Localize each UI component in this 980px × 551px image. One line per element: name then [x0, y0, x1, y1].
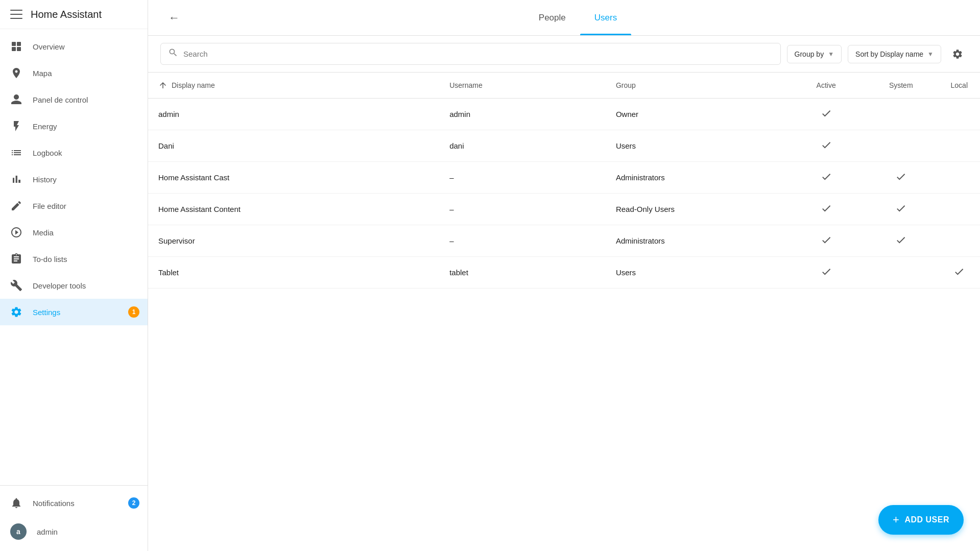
energy-icon	[10, 120, 22, 132]
toolbar: Group by ▼ Sort by Display name ▼	[148, 36, 980, 73]
cell-display-name: Dani	[148, 130, 439, 162]
sidebar-item-label: Settings	[33, 308, 60, 317]
svg-rect-0	[12, 42, 16, 46]
sidebar-item-label: admin	[37, 528, 58, 536]
cell-username: dani	[439, 130, 606, 162]
cell-display-name: Supervisor	[148, 225, 439, 257]
group-by-dropdown[interactable]: Group by ▼	[787, 45, 842, 63]
add-user-label: ADD USER	[904, 515, 949, 524]
users-table: Display name Username Group Active Syste…	[148, 73, 980, 289]
sidebar-item-admin[interactable]: a admin	[0, 516, 148, 547]
sidebar-item-settings[interactable]: Settings 1	[0, 299, 148, 325]
sidebar-item-label: Mapa	[33, 69, 52, 78]
settings-icon	[10, 306, 22, 318]
sidebar-item-label: Overview	[33, 42, 65, 51]
cell-active	[788, 225, 864, 257]
sort-by-dropdown[interactable]: Sort by Display name ▼	[848, 45, 941, 63]
cell-system	[864, 130, 939, 162]
media-icon	[10, 226, 22, 238]
table-row[interactable]: Supervisor – Administrators	[148, 225, 980, 257]
app-title: Home Assistant	[31, 9, 102, 20]
table-row[interactable]: admin admin Owner	[148, 99, 980, 130]
sidebar-item-media[interactable]: Media	[0, 219, 148, 246]
sidebar-bottom: Notifications 2 a admin	[0, 485, 148, 551]
col-header-display-name[interactable]: Display name	[148, 73, 439, 99]
sidebar-item-developer-tools[interactable]: Developer tools	[0, 272, 148, 299]
sidebar-item-mapa[interactable]: Mapa	[0, 60, 148, 86]
cell-local	[939, 225, 980, 257]
sidebar-item-label: File editor	[33, 202, 66, 210]
sidebar-item-history[interactable]: History	[0, 166, 148, 193]
cell-active	[788, 130, 864, 162]
sidebar-item-label: Notifications	[33, 499, 75, 508]
cell-group: Administrators	[606, 225, 788, 257]
mapa-icon	[10, 67, 22, 79]
sidebar-item-file-editor[interactable]: File editor	[0, 193, 148, 219]
avatar: a	[10, 523, 27, 540]
cell-group: Owner	[606, 99, 788, 130]
chevron-down-icon: ▼	[927, 51, 934, 58]
cell-active	[788, 162, 864, 194]
search-box[interactable]	[160, 43, 781, 65]
sidebar: Home Assistant Overview Mapa Panel de co…	[0, 0, 148, 551]
cell-active	[788, 194, 864, 225]
cell-group: Administrators	[606, 162, 788, 194]
cell-username: admin	[439, 99, 606, 130]
sidebar-item-notifications[interactable]: Notifications 2	[0, 490, 148, 516]
tab-area: People Users	[196, 1, 960, 35]
cell-local	[939, 162, 980, 194]
col-header-group: Group	[606, 73, 788, 99]
cell-username: –	[439, 162, 606, 194]
back-button[interactable]: ←	[169, 11, 180, 25]
sidebar-item-label: Panel de control	[33, 95, 88, 104]
file-editor-icon	[10, 200, 22, 212]
group-by-label: Group by	[795, 50, 824, 58]
cell-username: –	[439, 225, 606, 257]
sidebar-item-label: History	[33, 175, 57, 184]
sort-by-label: Sort by Display name	[855, 50, 923, 58]
settings-badge: 1	[128, 306, 139, 318]
chevron-down-icon: ▼	[828, 51, 834, 58]
users-table-container: Display name Username Group Active Syste…	[148, 73, 980, 551]
panel-control-icon	[10, 93, 22, 106]
table-row[interactable]: Home Assistant Cast – Administrators	[148, 162, 980, 194]
cell-display-name: admin	[148, 99, 439, 130]
table-row[interactable]: Tablet tablet Users	[148, 257, 980, 289]
cell-active	[788, 99, 864, 130]
sidebar-item-label: Logbook	[33, 149, 62, 157]
add-user-button[interactable]: + ADD USER	[878, 505, 964, 535]
sidebar-item-logbook[interactable]: Logbook	[0, 139, 148, 166]
cell-display-name: Home Assistant Cast	[148, 162, 439, 194]
sidebar-header: Home Assistant	[0, 0, 148, 29]
table-row[interactable]: Home Assistant Content – Read-Only Users	[148, 194, 980, 225]
sidebar-item-todo-lists[interactable]: To-do lists	[0, 246, 148, 272]
search-input[interactable]	[183, 50, 773, 58]
sidebar-item-label: Energy	[33, 122, 57, 131]
table-row[interactable]: Dani dani Users	[148, 130, 980, 162]
cell-local	[939, 130, 980, 162]
main-content: ← People Users Group by ▼ Sort by Displa…	[148, 0, 980, 551]
tab-users[interactable]: Users	[580, 1, 631, 35]
sidebar-item-energy[interactable]: Energy	[0, 113, 148, 139]
cell-local	[939, 99, 980, 130]
cell-system	[864, 99, 939, 130]
notifications-badge: 2	[128, 497, 139, 509]
cell-local	[939, 257, 980, 289]
col-header-username: Username	[439, 73, 606, 99]
sidebar-item-panel-control[interactable]: Panel de control	[0, 86, 148, 113]
sidebar-item-label: To-do lists	[33, 255, 67, 263]
svg-rect-2	[12, 47, 16, 51]
history-icon	[10, 173, 22, 185]
sidebar-item-overview[interactable]: Overview	[0, 33, 148, 60]
tab-people[interactable]: People	[524, 1, 580, 35]
table-settings-button[interactable]	[947, 44, 968, 64]
cell-display-name: Home Assistant Content	[148, 194, 439, 225]
col-header-system: System	[864, 73, 939, 99]
hamburger-icon[interactable]	[10, 8, 22, 20]
col-header-active: Active	[788, 73, 864, 99]
svg-rect-3	[17, 47, 21, 51]
cell-active	[788, 257, 864, 289]
bell-icon	[10, 497, 22, 509]
cell-display-name: Tablet	[148, 257, 439, 289]
search-icon	[168, 47, 178, 60]
